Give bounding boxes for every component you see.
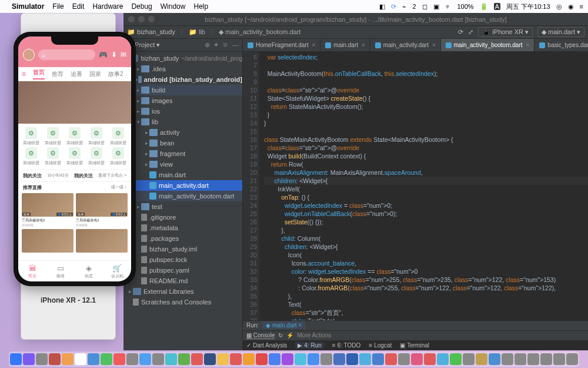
- app-content[interactable]: 英雄联盟英雄联盟英雄联盟英雄联盟英雄联盟英雄联盟英雄联盟英雄联盟英雄联盟英雄联盟…: [18, 81, 131, 260]
- dock-app-icon[interactable]: [88, 353, 99, 365]
- dock-app-icon[interactable]: [489, 353, 500, 365]
- tree-node[interactable]: README.md: [123, 276, 242, 286]
- statusbar-icon[interactable]: ◧: [379, 3, 385, 11]
- video-card[interactable]: 陈局👤 8.5万人 三局杀穆游戏2其他游戏: [76, 193, 128, 227]
- dock-app-icon[interactable]: [346, 353, 358, 365]
- statusbar-icon[interactable]: ⟳: [391, 3, 396, 11]
- game-icon[interactable]: 🎮: [99, 51, 108, 59]
- breadcrumb-folder[interactable]: 📁 lib: [189, 28, 205, 36]
- breadcrumb-root[interactable]: 📁 bizhan_study: [127, 28, 175, 36]
- dock-app-icon[interactable]: [230, 353, 242, 365]
- dock-app-icon[interactable]: [502, 353, 513, 365]
- bottomnav-home[interactable]: 🏛首页: [18, 261, 46, 281]
- dock-app-icon[interactable]: [178, 353, 190, 365]
- tree-node[interactable]: ▸view: [123, 159, 242, 170]
- tab-item[interactable]: 追番: [71, 70, 82, 78]
- dock-app-icon[interactable]: [36, 353, 48, 365]
- phone-simulator[interactable]: ⌕ 🎮 ⬇ ✉ ≡ 首页 推荐 追番 国家 故事2 英雄联盟英雄联盟英雄联盟英雄…: [14, 32, 136, 286]
- dock-app-icon[interactable]: [62, 353, 74, 365]
- grid-item[interactable]: 英雄联盟: [21, 127, 41, 146]
- dock-app-icon[interactable]: [101, 353, 112, 365]
- status-dart-analysis[interactable]: ✓ Dart Analysis: [246, 342, 287, 349]
- dock-app-icon[interactable]: [450, 353, 462, 365]
- breadcrumb-file[interactable]: ◆ main_activity_bootom.dart: [219, 28, 300, 36]
- window-max[interactable]: [148, 16, 155, 22]
- menu-app[interactable]: Simulator: [12, 2, 44, 11]
- tree-node[interactable]: .packages: [123, 233, 242, 244]
- video-card[interactable]: [76, 229, 128, 253]
- tab-item[interactable]: 故事2: [108, 70, 123, 78]
- tree-node[interactable]: main_activity.dart: [123, 180, 242, 191]
- tree-node[interactable]: ▾lib: [123, 117, 242, 127]
- search-input[interactable]: ⌕: [38, 49, 95, 60]
- tree-node[interactable]: ▸test: [123, 201, 242, 212]
- dock-app-icon[interactable]: [553, 353, 565, 365]
- dock-app-icon[interactable]: [527, 353, 539, 365]
- download-icon[interactable]: ⬇: [111, 51, 117, 59]
- dock-app-icon[interactable]: [540, 353, 552, 365]
- dock-app-icon[interactable]: [113, 353, 125, 365]
- dock-app-icon[interactable]: [10, 353, 22, 365]
- dock-app-icon[interactable]: [139, 353, 151, 365]
- dock-app-icon[interactable]: [204, 353, 216, 365]
- dock-app-icon[interactable]: [320, 353, 332, 365]
- tree-node[interactable]: Scratches and Consoles: [123, 297, 242, 307]
- dock-app-icon[interactable]: [398, 353, 410, 365]
- bottomnav-item[interactable]: 🛒会员购: [103, 261, 131, 281]
- tree-node[interactable]: main_activity_bootom.dart: [123, 191, 242, 201]
- menu-icon[interactable]: ≡: [22, 70, 26, 78]
- dock-app-icon[interactable]: [126, 353, 138, 365]
- menu-help[interactable]: Help: [193, 2, 208, 11]
- window-close[interactable]: [128, 16, 135, 22]
- tree-node[interactable]: ▸images: [123, 95, 242, 106]
- tree-node[interactable]: ▸bean: [123, 138, 242, 148]
- sidebar-tool-icon[interactable]: —: [232, 41, 239, 49]
- section-link[interactable]: 缓一缓 ♪: [111, 184, 126, 191]
- tree-node[interactable]: ▸build: [123, 85, 242, 95]
- window-min[interactable]: [138, 16, 145, 22]
- status-run[interactable]: ▶ 4: Run: [295, 342, 323, 349]
- avatar[interactable]: [23, 49, 35, 61]
- spotlight-icon[interactable]: ◎: [556, 3, 562, 11]
- tree-node[interactable]: ▸activity: [123, 127, 242, 138]
- statusbar-badge[interactable]: 2: [412, 3, 416, 10]
- editor-tab[interactable]: main.dart×: [320, 39, 370, 51]
- dock-app-icon[interactable]: [217, 353, 229, 365]
- status-todo[interactable]: ≡ 6: TODO: [332, 342, 361, 349]
- tab-item[interactable]: 国家: [89, 70, 101, 78]
- tree-node[interactable]: ▸External Libraries: [123, 286, 242, 297]
- statusbar-icon[interactable]: ▣: [433, 3, 439, 11]
- device-selector[interactable]: 📱 iPhone XR ▾: [478, 27, 533, 37]
- menu-edit[interactable]: Edit: [72, 2, 85, 11]
- dock-app-icon[interactable]: [191, 353, 203, 365]
- project-tree[interactable]: ▾bizhan_study~/android/android_prog▸.ide…: [123, 52, 242, 350]
- dock-app-icon[interactable]: [165, 353, 177, 365]
- grid-item[interactable]: 英雄联盟: [108, 147, 129, 166]
- grid-item[interactable]: 英雄联盟: [64, 127, 85, 146]
- tree-node[interactable]: ▸fragment: [123, 148, 242, 159]
- dock-app-icon[interactable]: [308, 353, 319, 365]
- mac-dock[interactable]: [9, 352, 579, 367]
- bottomnav-item[interactable]: ▭频道: [46, 261, 75, 281]
- dock-app-icon[interactable]: [385, 353, 397, 365]
- run-tool-icon[interactable]: ↻: [278, 332, 283, 339]
- status-terminal[interactable]: ▣ Terminal: [400, 342, 429, 349]
- grid-item[interactable]: 英雄联盟: [42, 127, 63, 146]
- tree-node[interactable]: main.dart: [123, 170, 242, 180]
- section-link[interactable]: 重播下次电台 >: [98, 173, 126, 179]
- grid-item[interactable]: 英雄联盟: [86, 147, 107, 166]
- dock-app-icon[interactable]: [372, 353, 384, 365]
- run-more[interactable]: More Actions: [297, 332, 331, 339]
- statusbar-icon[interactable]: A: [494, 3, 500, 10]
- sidebar-tool-icon[interactable]: ⊕: [205, 41, 210, 49]
- tree-node[interactable]: ▸.idea: [123, 64, 242, 74]
- run-tool-icon[interactable]: ⚡: [286, 332, 293, 339]
- grid-item[interactable]: 英雄联盟: [108, 127, 129, 146]
- editor-tab[interactable]: HomeFragment.dart×: [243, 39, 320, 51]
- grid-item[interactable]: 英雄联盟: [21, 147, 41, 166]
- dock-app-icon[interactable]: [437, 353, 449, 365]
- dock-app-icon[interactable]: [23, 353, 35, 365]
- dock-app-icon[interactable]: [295, 353, 306, 365]
- dock-app-icon[interactable]: [424, 353, 436, 365]
- editor-tab[interactable]: basic_types.dart×: [534, 39, 588, 51]
